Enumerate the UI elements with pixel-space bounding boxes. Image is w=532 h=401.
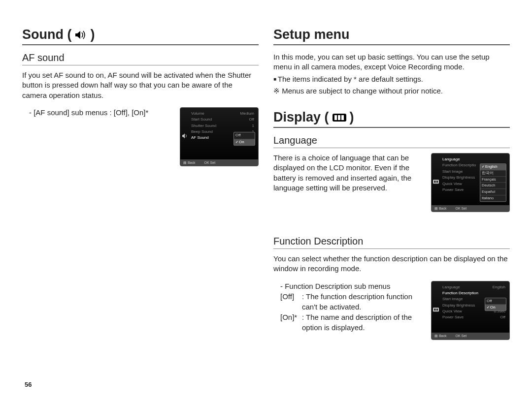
- left-column: Sound ( ) AF sound If you set AF sound t…: [22, 27, 259, 340]
- fd-submenu-block: - Function Description sub menus [Off] :…: [273, 281, 424, 333]
- af-row: - [AF sound] sub menus : [Off], [On]* Vo…: [22, 107, 259, 166]
- language-heading: Language: [273, 135, 510, 148]
- lcd-footer: ▤ Back OK Set: [432, 205, 509, 212]
- footer-set: Set: [462, 334, 467, 338]
- popup-option: Off: [485, 298, 506, 305]
- lcd-row-label: Start Image: [442, 297, 463, 302]
- lcd-row-label: Beep Sound: [191, 129, 213, 134]
- lcd-row-value: Medium: [240, 111, 254, 116]
- lcd-language-screenshot: Language Function Descriptio Start Image…: [431, 153, 510, 212]
- lcd-footer: ▤ Back OK Set: [432, 333, 509, 339]
- popup-option-selected: English: [480, 164, 506, 170]
- af-sound-heading: AF sound: [22, 52, 259, 65]
- page-number: 56: [25, 381, 32, 388]
- lcd-footer: ▤ Back OK Set: [180, 159, 258, 166]
- setup-notes: In this mode, you can set up basic setti…: [273, 52, 510, 96]
- sound-title: Sound ( ): [22, 27, 259, 45]
- function-description-body: You can select whether the function desc…: [273, 254, 510, 274]
- lcd-row-label: Quick View: [442, 182, 462, 186]
- lcd-sound-screenshot: VolumeMedium Start SoundOff Shutter Soun…: [180, 107, 259, 166]
- lcd-popup: Off On: [233, 132, 255, 146]
- svg-rect-2: [338, 115, 340, 120]
- popup-option: Français: [480, 177, 506, 183]
- svg-rect-1: [334, 115, 337, 120]
- footer-set: Set: [462, 207, 467, 210]
- svg-rect-7: [437, 181, 438, 183]
- lcd-row-label: AF Sound: [191, 135, 209, 140]
- right-column: Setup menu In this mode, you can set up …: [273, 27, 510, 340]
- svg-rect-3: [341, 115, 344, 120]
- lcd-row-label: Display Brightness: [442, 303, 475, 308]
- lcd-row-value: English: [493, 285, 505, 290]
- setup-bullet-default: The items indicated by * are default set…: [273, 74, 510, 84]
- popup-option-selected: On: [485, 305, 506, 310]
- display-title-text: Display (: [273, 110, 329, 125]
- lcd-row-label: Function Description: [442, 291, 478, 296]
- display-title-close: ): [350, 110, 354, 125]
- lcd-row-label: Start Image: [442, 169, 463, 174]
- lcd-row-value: Off: [500, 315, 505, 320]
- lcd-row-label: Power Save: [442, 187, 464, 192]
- language-row: There is a choice of language that can b…: [273, 153, 510, 212]
- lcd-popup: Off On: [485, 298, 506, 311]
- popup-option: 한국어: [480, 170, 506, 177]
- display-title: Display ( ): [273, 110, 510, 128]
- svg-rect-10: [435, 308, 436, 310]
- af-sound-body: If you set AF sound to on, AF sound will…: [22, 70, 259, 100]
- fd-row: - Function Description sub menus [Off] :…: [273, 281, 510, 340]
- lcd-function-description-screenshot: LanguageEnglish Function Description Sta…: [431, 281, 510, 340]
- lcd-row-label: Function Descriptio: [442, 163, 476, 168]
- speaker-mini-icon: [182, 133, 188, 140]
- display-icon: [332, 112, 347, 123]
- setup-menu-title: Setup menu: [273, 27, 510, 45]
- setup-bullet-notice: Menus are subject to change without prio…: [273, 86, 510, 96]
- fd-sub-intro: - Function Description sub menus: [280, 281, 424, 291]
- popup-option: Italiano: [480, 195, 506, 201]
- footer-back: Back: [188, 161, 196, 164]
- lcd-popup: English 한국어 Français Deutsch Español Ita…: [480, 163, 506, 202]
- fd-off-label: [Off]: [280, 291, 300, 312]
- lcd-row-label: Language: [442, 157, 460, 162]
- setup-body: In this mode, you can set up basic setti…: [273, 52, 510, 72]
- svg-rect-5: [434, 181, 435, 183]
- fd-off-text: : The function description function can'…: [302, 291, 424, 312]
- svg-rect-11: [437, 308, 438, 310]
- af-submenu-text: - [AF sound] sub menus : [Off], [On]*: [22, 107, 173, 118]
- lcd-row-label: Start Sound: [191, 117, 212, 122]
- display-mini-icon: [433, 307, 439, 313]
- sound-title-text: Sound (: [22, 27, 71, 42]
- lcd-row-value: Off: [249, 117, 254, 122]
- lcd-row-value: 1: [252, 123, 254, 128]
- lcd-row-label: Volume: [191, 111, 204, 116]
- lcd-row-label: Language: [442, 285, 460, 290]
- speaker-icon: [74, 30, 87, 40]
- sound-title-close: ): [90, 27, 95, 42]
- lcd-row-label: Power Save: [442, 315, 464, 320]
- popup-option: Deutsch: [480, 183, 506, 189]
- lcd-row-label: Shutter Sound: [191, 123, 216, 128]
- footer-set: Set: [210, 161, 216, 164]
- footer-back: Back: [439, 207, 447, 210]
- function-description-heading: Function Description: [273, 236, 510, 249]
- fd-on-label: [On]*: [280, 312, 300, 333]
- fd-on-text: : The name and description of the option…: [302, 312, 424, 333]
- svg-rect-6: [435, 181, 436, 183]
- svg-rect-9: [434, 308, 435, 310]
- popup-option: Off: [234, 133, 255, 139]
- manual-page: Sound ( ) AF sound If you set AF sound t…: [0, 0, 532, 350]
- popup-option-selected: On: [234, 139, 255, 145]
- lcd-row-label: Quick View: [442, 309, 462, 314]
- footer-back: Back: [439, 334, 447, 338]
- display-mini-icon: [433, 179, 439, 185]
- language-body: There is a choice of language that can b…: [273, 153, 424, 193]
- popup-option: Español: [480, 189, 506, 195]
- lcd-row-label: Display Brightness: [442, 175, 475, 180]
